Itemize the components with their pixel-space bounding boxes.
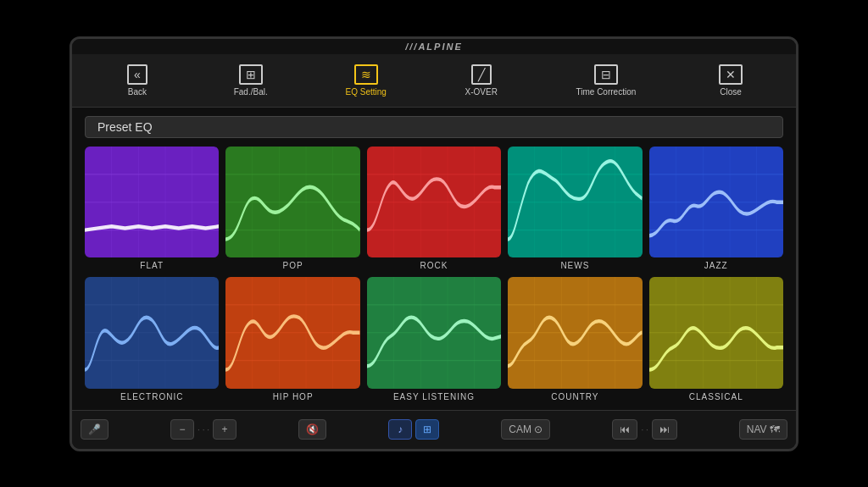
eq-label-jazz: JAZZ [704, 261, 728, 270]
eq-chart-rock [367, 147, 501, 258]
fad-bal-button[interactable]: ⊞ Fad./Bal. [225, 61, 276, 100]
back-icon: « [127, 64, 147, 85]
eq-chart-easy_listening [367, 277, 501, 389]
eq-tile-flat[interactable]: FLAT [85, 147, 219, 271]
back-button[interactable]: « Back [112, 61, 163, 100]
eq-chart-flat [85, 147, 219, 258]
nav-group: NAV 🗺 [739, 419, 787, 440]
preset-eq-label: Preset EQ [85, 116, 783, 138]
content-area: Preset EQ FLAT POP ROCK [72, 108, 796, 410]
next-button[interactable]: ⏭ [652, 419, 677, 440]
eq-setting-label: EQ Setting [346, 87, 387, 97]
fad-bal-icon: ⊞ [239, 64, 263, 85]
eq-tile-pop[interactable]: POP [225, 147, 359, 271]
eq-chart-country [508, 277, 642, 389]
xover-icon: ╱ [471, 64, 492, 85]
back-label: Back [128, 87, 147, 97]
eq-tile-easy_listening[interactable]: EASY LISTENING [367, 277, 501, 401]
eq-label-hiphop: HIP HOP [273, 392, 314, 401]
eq-tile-hiphop[interactable]: HIP HOP [225, 277, 359, 401]
eq-label-country: COUNTRY [551, 392, 598, 401]
eq-label-rock: ROCK [420, 261, 448, 270]
eq-setting-icon: ≋ [354, 64, 378, 85]
time-correction-icon: ⊟ [594, 64, 618, 85]
cam-group: CAM ⊙ [501, 419, 550, 440]
nav-button[interactable]: NAV 🗺 [739, 419, 787, 440]
eq-chart-pop [225, 147, 359, 258]
eq-label-electronic: ELECTRONIC [120, 392, 183, 401]
close-icon: ✕ [719, 64, 743, 85]
mic-button[interactable]: 🎤 [81, 419, 108, 440]
playback-dots: · · [641, 425, 648, 434]
bottom-left-group: 🎤 [81, 419, 108, 440]
eq-chart-news [508, 147, 642, 258]
prev-button[interactable]: ⏮ [612, 419, 637, 440]
eq-chart-jazz [649, 147, 783, 258]
eq-tile-rock[interactable]: ROCK [367, 147, 501, 271]
alpine-device: ///ALPINE « Back ⊞ Fad./Bal. ≋ EQ Settin… [70, 36, 798, 451]
brand-bar: ///ALPINE [72, 39, 796, 54]
eq-label-classical: CLASSICAL [689, 392, 743, 401]
eq-chart-hiphop [225, 277, 359, 389]
eq-label-easy_listening: EASY LISTENING [393, 392, 475, 401]
xover-button[interactable]: ╱ X-OVER [456, 61, 507, 100]
xover-label: X-OVER [465, 87, 498, 97]
fad-bal-label: Fad./Bal. [234, 87, 268, 97]
eq-label-news: NEWS [560, 261, 589, 270]
time-correction-button[interactable]: ⊟ Time Correction [570, 61, 643, 100]
eq-chart-classical [649, 277, 783, 389]
eq-tile-jazz[interactable]: JAZZ [649, 147, 783, 271]
time-correction-label: Time Correction [576, 87, 637, 97]
volume-up-button[interactable]: + [213, 419, 236, 440]
eq-tile-news[interactable]: NEWS [508, 147, 642, 271]
music-button[interactable]: ♪ [388, 419, 412, 440]
volume-dots: · · · [198, 425, 209, 434]
playback-group: ⏮ · · ⏭ [612, 419, 676, 440]
eq-label-flat: FLAT [140, 261, 164, 270]
eq-setting-button[interactable]: ≋ EQ Setting [339, 61, 393, 100]
eq-label-pop: POP [283, 261, 303, 270]
nav-bar: « Back ⊞ Fad./Bal. ≋ EQ Setting ╱ X-OVER… [72, 54, 796, 108]
eq-tile-country[interactable]: COUNTRY [508, 277, 642, 401]
cam-button[interactable]: CAM ⊙ [501, 419, 550, 440]
volume-group: − · · · + [170, 419, 236, 440]
eq-tile-electronic[interactable]: ELECTRONIC [85, 277, 219, 401]
mute-button[interactable]: 🔇 [298, 419, 326, 440]
mute-group: 🔇 [298, 419, 326, 440]
volume-down-button[interactable]: − [170, 419, 194, 440]
eq-tile-classical[interactable]: CLASSICAL [649, 277, 783, 401]
close-button[interactable]: ✕ Close [705, 61, 756, 100]
source-group: ♪ ⊞ [388, 419, 439, 440]
source-button[interactable]: ⊞ [415, 419, 439, 440]
eq-grid: FLAT POP ROCK NEWS [85, 147, 783, 401]
bottom-bar: 🎤 − · · · + 🔇 ♪ ⊞ CAM ⊙ ⏮ · · ⏭ NAV 🗺 [72, 410, 796, 449]
close-label: Close [720, 87, 742, 97]
eq-chart-electronic [85, 277, 219, 389]
